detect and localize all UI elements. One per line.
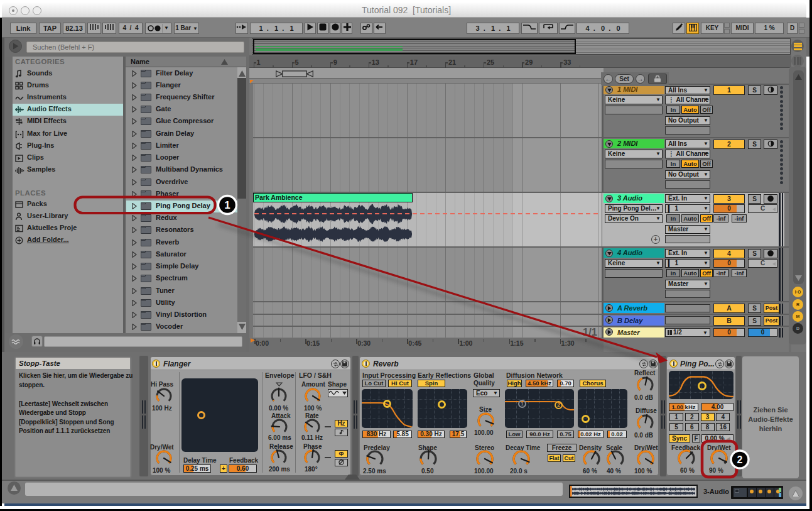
svg-text:1: 1 <box>224 199 230 211</box>
svg-text:2: 2 <box>737 454 743 465</box>
